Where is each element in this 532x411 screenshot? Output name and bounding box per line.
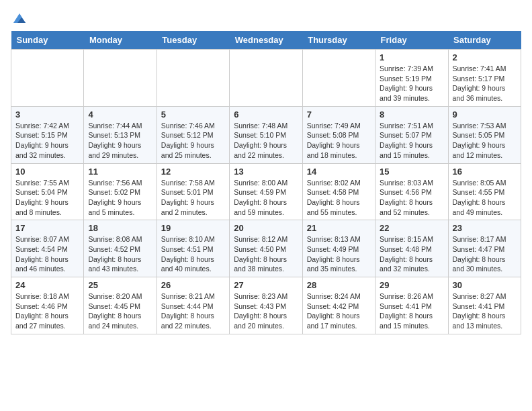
day-cell: 24Sunrise: 8:18 AM Sunset: 4:46 PM Dayli… <box>11 277 84 334</box>
day-info: Sunrise: 7:55 AM Sunset: 5:04 PM Dayligh… <box>15 178 79 218</box>
day-info: Sunrise: 8:12 AM Sunset: 4:50 PM Dayligh… <box>234 234 298 274</box>
day-number: 19 <box>161 223 225 233</box>
day-number: 14 <box>307 167 371 177</box>
day-number: 4 <box>88 109 152 120</box>
day-info: Sunrise: 8:10 AM Sunset: 4:51 PM Dayligh… <box>161 234 225 274</box>
day-cell: 16Sunrise: 8:05 AM Sunset: 4:55 PM Dayli… <box>448 163 521 220</box>
day-info: Sunrise: 7:42 AM Sunset: 5:15 PM Dayligh… <box>15 121 79 161</box>
day-number: 15 <box>380 167 443 177</box>
day-header-sunday: Sunday <box>11 31 84 50</box>
day-cell: 30Sunrise: 8:27 AM Sunset: 4:41 PM Dayli… <box>448 277 521 334</box>
day-info: Sunrise: 8:15 AM Sunset: 4:48 PM Dayligh… <box>380 234 443 274</box>
day-header-saturday: Saturday <box>448 31 521 50</box>
day-number: 11 <box>88 167 152 177</box>
day-info: Sunrise: 8:23 AM Sunset: 4:43 PM Dayligh… <box>234 291 298 331</box>
day-cell: 9Sunrise: 7:53 AM Sunset: 5:05 PM Daylig… <box>448 106 521 163</box>
day-number: 25 <box>88 280 152 290</box>
day-number: 16 <box>453 167 517 177</box>
day-number: 20 <box>234 223 298 233</box>
day-number: 28 <box>307 280 371 290</box>
day-info: Sunrise: 8:26 AM Sunset: 4:41 PM Dayligh… <box>380 291 443 331</box>
day-info: Sunrise: 8:24 AM Sunset: 4:42 PM Dayligh… <box>307 291 371 331</box>
day-cell <box>302 50 375 107</box>
day-cell: 6Sunrise: 7:48 AM Sunset: 5:10 PM Daylig… <box>230 106 302 163</box>
day-header-wednesday: Wednesday <box>230 31 302 50</box>
day-cell: 27Sunrise: 8:23 AM Sunset: 4:43 PM Dayli… <box>230 277 302 334</box>
logo-icon <box>12 11 27 26</box>
day-cell <box>11 50 84 107</box>
page-header <box>11 11 521 26</box>
day-cell: 1Sunrise: 7:39 AM Sunset: 5:19 PM Daylig… <box>375 50 448 107</box>
day-cell: 17Sunrise: 8:07 AM Sunset: 4:54 PM Dayli… <box>11 220 84 277</box>
day-cell: 2Sunrise: 7:41 AM Sunset: 5:17 PM Daylig… <box>448 50 521 107</box>
day-info: Sunrise: 7:39 AM Sunset: 5:19 PM Dayligh… <box>380 64 443 103</box>
day-info: Sunrise: 8:08 AM Sunset: 4:52 PM Dayligh… <box>88 234 152 274</box>
day-number: 26 <box>161 280 225 290</box>
day-header-tuesday: Tuesday <box>157 31 229 50</box>
day-info: Sunrise: 8:00 AM Sunset: 4:59 PM Dayligh… <box>234 178 298 218</box>
day-info: Sunrise: 7:58 AM Sunset: 5:01 PM Dayligh… <box>161 178 225 218</box>
day-header-thursday: Thursday <box>302 31 375 50</box>
day-cell: 21Sunrise: 8:13 AM Sunset: 4:49 PM Dayli… <box>302 220 375 277</box>
day-cell: 20Sunrise: 8:12 AM Sunset: 4:50 PM Dayli… <box>230 220 302 277</box>
day-cell: 10Sunrise: 7:55 AM Sunset: 5:04 PM Dayli… <box>11 163 84 220</box>
day-cell: 28Sunrise: 8:24 AM Sunset: 4:42 PM Dayli… <box>302 277 375 334</box>
day-number: 1 <box>380 52 443 62</box>
day-header-friday: Friday <box>375 31 448 50</box>
day-number: 7 <box>307 109 371 120</box>
day-cell: 11Sunrise: 7:56 AM Sunset: 5:02 PM Dayli… <box>84 163 157 220</box>
day-cell <box>230 50 302 107</box>
day-cell: 19Sunrise: 8:10 AM Sunset: 4:51 PM Dayli… <box>157 220 229 277</box>
week-row-5: 24Sunrise: 8:18 AM Sunset: 4:46 PM Dayli… <box>11 277 521 334</box>
day-info: Sunrise: 8:02 AM Sunset: 4:58 PM Dayligh… <box>307 178 371 218</box>
day-info: Sunrise: 8:21 AM Sunset: 4:44 PM Dayligh… <box>161 291 225 331</box>
day-cell: 29Sunrise: 8:26 AM Sunset: 4:41 PM Dayli… <box>375 277 448 334</box>
calendar-table: SundayMondayTuesdayWednesdayThursdayFrid… <box>11 31 521 334</box>
day-info: Sunrise: 8:05 AM Sunset: 4:55 PM Dayligh… <box>453 178 517 218</box>
day-info: Sunrise: 8:20 AM Sunset: 4:45 PM Dayligh… <box>88 291 152 331</box>
week-row-3: 10Sunrise: 7:55 AM Sunset: 5:04 PM Dayli… <box>11 163 521 220</box>
day-cell: 25Sunrise: 8:20 AM Sunset: 4:45 PM Dayli… <box>84 277 157 334</box>
day-info: Sunrise: 8:27 AM Sunset: 4:41 PM Dayligh… <box>453 291 517 331</box>
day-cell: 7Sunrise: 7:49 AM Sunset: 5:08 PM Daylig… <box>302 106 375 163</box>
day-info: Sunrise: 8:13 AM Sunset: 4:49 PM Dayligh… <box>307 234 371 274</box>
day-number: 22 <box>380 223 443 233</box>
day-cell: 15Sunrise: 8:03 AM Sunset: 4:56 PM Dayli… <box>375 163 448 220</box>
day-info: Sunrise: 7:41 AM Sunset: 5:17 PM Dayligh… <box>453 64 517 103</box>
day-number: 3 <box>15 109 79 120</box>
day-cell: 13Sunrise: 8:00 AM Sunset: 4:59 PM Dayli… <box>230 163 302 220</box>
day-info: Sunrise: 7:44 AM Sunset: 5:13 PM Dayligh… <box>88 121 152 161</box>
day-info: Sunrise: 8:07 AM Sunset: 4:54 PM Dayligh… <box>15 234 79 274</box>
day-cell: 22Sunrise: 8:15 AM Sunset: 4:48 PM Dayli… <box>375 220 448 277</box>
day-number: 18 <box>88 223 152 233</box>
day-number: 5 <box>161 109 225 120</box>
day-cell: 4Sunrise: 7:44 AM Sunset: 5:13 PM Daylig… <box>84 106 157 163</box>
day-cell: 8Sunrise: 7:51 AM Sunset: 5:07 PM Daylig… <box>375 106 448 163</box>
day-info: Sunrise: 8:17 AM Sunset: 4:47 PM Dayligh… <box>453 234 517 274</box>
day-info: Sunrise: 7:49 AM Sunset: 5:08 PM Dayligh… <box>307 121 371 161</box>
day-cell <box>84 50 157 107</box>
day-number: 9 <box>453 109 517 120</box>
header-row: SundayMondayTuesdayWednesdayThursdayFrid… <box>11 31 521 50</box>
week-row-2: 3Sunrise: 7:42 AM Sunset: 5:15 PM Daylig… <box>11 106 521 163</box>
day-info: Sunrise: 7:53 AM Sunset: 5:05 PM Dayligh… <box>453 121 517 161</box>
day-cell: 26Sunrise: 8:21 AM Sunset: 4:44 PM Dayli… <box>157 277 229 334</box>
day-cell: 23Sunrise: 8:17 AM Sunset: 4:47 PM Dayli… <box>448 220 521 277</box>
day-number: 30 <box>453 280 517 290</box>
day-info: Sunrise: 7:46 AM Sunset: 5:12 PM Dayligh… <box>161 121 225 161</box>
day-number: 12 <box>161 167 225 177</box>
day-info: Sunrise: 7:48 AM Sunset: 5:10 PM Dayligh… <box>234 121 298 161</box>
day-number: 27 <box>234 280 298 290</box>
day-number: 2 <box>453 52 517 62</box>
day-number: 10 <box>15 167 79 177</box>
logo <box>11 11 27 26</box>
week-row-4: 17Sunrise: 8:07 AM Sunset: 4:54 PM Dayli… <box>11 220 521 277</box>
day-number: 23 <box>453 223 517 233</box>
day-number: 21 <box>307 223 371 233</box>
day-cell: 18Sunrise: 8:08 AM Sunset: 4:52 PM Dayli… <box>84 220 157 277</box>
day-number: 17 <box>15 223 79 233</box>
week-row-1: 1Sunrise: 7:39 AM Sunset: 5:19 PM Daylig… <box>11 50 521 107</box>
day-info: Sunrise: 8:18 AM Sunset: 4:46 PM Dayligh… <box>15 291 79 331</box>
day-info: Sunrise: 7:56 AM Sunset: 5:02 PM Dayligh… <box>88 178 152 218</box>
day-number: 8 <box>380 109 443 120</box>
